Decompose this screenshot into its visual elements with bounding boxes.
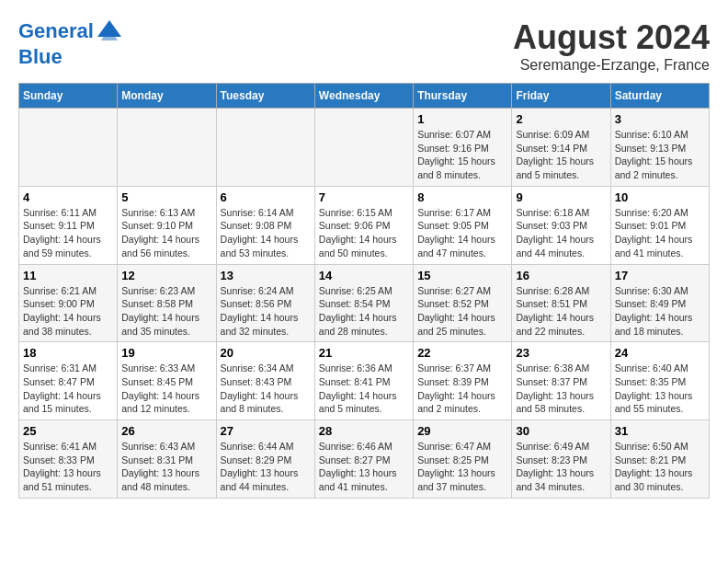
day-number: 3 xyxy=(615,112,705,126)
day-cell: 5Sunrise: 6:13 AM Sunset: 9:10 PM Daylig… xyxy=(118,186,216,264)
logo-text: GeneralBlue xyxy=(18,18,123,68)
day-number: 26 xyxy=(121,424,211,438)
day-number: 31 xyxy=(615,424,705,438)
day-cell: 15Sunrise: 6:27 AM Sunset: 8:52 PM Dayli… xyxy=(414,264,512,342)
page-header: GeneralBlue August 2024 Seremange-Erzang… xyxy=(18,18,710,74)
day-number: 22 xyxy=(417,346,507,360)
day-number: 25 xyxy=(23,424,113,438)
day-info: Sunrise: 6:38 AM Sunset: 8:37 PM Dayligh… xyxy=(516,362,606,416)
day-info: Sunrise: 6:18 AM Sunset: 9:03 PM Dayligh… xyxy=(516,206,606,260)
day-cell: 25Sunrise: 6:41 AM Sunset: 8:33 PM Dayli… xyxy=(19,420,118,499)
day-cell: 29Sunrise: 6:47 AM Sunset: 8:25 PM Dayli… xyxy=(414,420,512,499)
day-cell: 2Sunrise: 6:09 AM Sunset: 9:14 PM Daylig… xyxy=(512,109,610,187)
week-row-1: 1Sunrise: 6:07 AM Sunset: 9:16 PM Daylig… xyxy=(19,109,710,187)
day-cell: 7Sunrise: 6:15 AM Sunset: 9:06 PM Daylig… xyxy=(314,186,413,264)
weekday-thursday: Thursday xyxy=(414,84,512,109)
day-info: Sunrise: 6:46 AM Sunset: 8:27 PM Dayligh… xyxy=(319,440,409,494)
day-info: Sunrise: 6:47 AM Sunset: 8:25 PM Dayligh… xyxy=(417,440,507,494)
day-number: 14 xyxy=(319,269,409,282)
day-cell: 19Sunrise: 6:33 AM Sunset: 8:45 PM Dayli… xyxy=(118,342,216,420)
location: Seremange-Erzange, France xyxy=(513,57,710,74)
day-info: Sunrise: 6:40 AM Sunset: 8:35 PM Dayligh… xyxy=(615,362,705,416)
day-number: 30 xyxy=(516,424,606,438)
day-info: Sunrise: 6:23 AM Sunset: 8:58 PM Dayligh… xyxy=(121,284,211,339)
day-number: 4 xyxy=(23,190,113,204)
day-number: 9 xyxy=(516,190,606,204)
day-number: 1 xyxy=(417,112,507,126)
day-info: Sunrise: 6:49 AM Sunset: 8:23 PM Dayligh… xyxy=(516,440,606,494)
day-cell: 30Sunrise: 6:49 AM Sunset: 8:23 PM Dayli… xyxy=(512,420,610,499)
day-number: 13 xyxy=(221,269,311,282)
day-number: 11 xyxy=(23,269,113,282)
day-info: Sunrise: 6:36 AM Sunset: 8:41 PM Dayligh… xyxy=(319,362,409,416)
week-row-5: 25Sunrise: 6:41 AM Sunset: 8:33 PM Dayli… xyxy=(19,420,710,499)
day-number: 15 xyxy=(417,269,507,282)
day-info: Sunrise: 6:07 AM Sunset: 9:16 PM Dayligh… xyxy=(417,128,507,182)
month-title: August 2024 xyxy=(513,18,710,57)
weekday-sunday: Sunday xyxy=(19,84,118,109)
day-cell: 11Sunrise: 6:21 AM Sunset: 9:00 PM Dayli… xyxy=(19,264,118,342)
day-cell: 3Sunrise: 6:10 AM Sunset: 9:13 PM Daylig… xyxy=(610,109,709,187)
day-cell: 27Sunrise: 6:44 AM Sunset: 8:29 PM Dayli… xyxy=(216,420,314,499)
day-info: Sunrise: 6:33 AM Sunset: 8:45 PM Dayligh… xyxy=(121,362,211,416)
day-info: Sunrise: 6:20 AM Sunset: 9:01 PM Dayligh… xyxy=(615,206,705,260)
day-cell: 13Sunrise: 6:24 AM Sunset: 8:56 PM Dayli… xyxy=(216,264,314,342)
day-cell: 22Sunrise: 6:37 AM Sunset: 8:39 PM Dayli… xyxy=(414,342,512,420)
day-cell xyxy=(314,109,413,187)
day-cell xyxy=(118,109,216,187)
day-cell: 18Sunrise: 6:31 AM Sunset: 8:47 PM Dayli… xyxy=(19,342,118,420)
title-block: August 2024 Seremange-Erzange, France xyxy=(513,18,710,74)
week-row-3: 11Sunrise: 6:21 AM Sunset: 9:00 PM Dayli… xyxy=(19,264,710,342)
day-cell xyxy=(19,109,118,187)
day-number: 7 xyxy=(319,190,409,204)
day-cell: 6Sunrise: 6:14 AM Sunset: 9:08 PM Daylig… xyxy=(216,186,314,264)
day-cell: 24Sunrise: 6:40 AM Sunset: 8:35 PM Dayli… xyxy=(610,342,709,420)
day-cell: 21Sunrise: 6:36 AM Sunset: 8:41 PM Dayli… xyxy=(314,342,413,420)
day-number: 6 xyxy=(221,190,311,204)
day-number: 12 xyxy=(121,269,211,282)
day-info: Sunrise: 6:14 AM Sunset: 9:08 PM Dayligh… xyxy=(221,206,311,260)
day-cell: 31Sunrise: 6:50 AM Sunset: 8:21 PM Dayli… xyxy=(610,420,709,499)
day-info: Sunrise: 6:41 AM Sunset: 8:33 PM Dayligh… xyxy=(23,440,113,494)
weekday-tuesday: Tuesday xyxy=(216,84,314,109)
day-number: 5 xyxy=(121,190,211,204)
day-cell: 23Sunrise: 6:38 AM Sunset: 8:37 PM Dayli… xyxy=(512,342,610,420)
day-cell: 4Sunrise: 6:11 AM Sunset: 9:11 PM Daylig… xyxy=(19,186,118,264)
day-info: Sunrise: 6:25 AM Sunset: 8:54 PM Dayligh… xyxy=(319,284,409,339)
weekday-friday: Friday xyxy=(512,84,610,109)
day-cell: 8Sunrise: 6:17 AM Sunset: 9:05 PM Daylig… xyxy=(414,186,512,264)
day-cell: 20Sunrise: 6:34 AM Sunset: 8:43 PM Dayli… xyxy=(216,342,314,420)
calendar-table: SundayMondayTuesdayWednesdayThursdayFrid… xyxy=(18,83,710,499)
day-cell: 16Sunrise: 6:28 AM Sunset: 8:51 PM Dayli… xyxy=(512,264,610,342)
day-number: 17 xyxy=(615,269,705,282)
day-number: 19 xyxy=(121,346,211,360)
logo: GeneralBlue xyxy=(18,18,123,68)
day-number: 16 xyxy=(516,269,606,282)
day-info: Sunrise: 6:15 AM Sunset: 9:06 PM Dayligh… xyxy=(319,206,409,260)
day-info: Sunrise: 6:27 AM Sunset: 8:52 PM Dayligh… xyxy=(417,284,507,339)
day-number: 18 xyxy=(23,346,113,360)
day-number: 21 xyxy=(319,346,409,360)
day-number: 10 xyxy=(615,190,705,204)
day-cell xyxy=(216,109,314,187)
day-info: Sunrise: 6:11 AM Sunset: 9:11 PM Dayligh… xyxy=(23,206,113,260)
day-number: 2 xyxy=(516,112,606,126)
day-info: Sunrise: 6:34 AM Sunset: 8:43 PM Dayligh… xyxy=(221,362,311,416)
day-info: Sunrise: 6:17 AM Sunset: 9:05 PM Dayligh… xyxy=(417,206,507,260)
day-info: Sunrise: 6:24 AM Sunset: 8:56 PM Dayligh… xyxy=(221,284,311,339)
day-info: Sunrise: 6:30 AM Sunset: 8:49 PM Dayligh… xyxy=(615,284,705,339)
day-cell: 9Sunrise: 6:18 AM Sunset: 9:03 PM Daylig… xyxy=(512,186,610,264)
day-info: Sunrise: 6:10 AM Sunset: 9:13 PM Dayligh… xyxy=(615,128,705,182)
calendar-body: 1Sunrise: 6:07 AM Sunset: 9:16 PM Daylig… xyxy=(19,109,710,499)
day-cell: 28Sunrise: 6:46 AM Sunset: 8:27 PM Dayli… xyxy=(314,420,413,499)
day-number: 8 xyxy=(417,190,507,204)
day-cell: 14Sunrise: 6:25 AM Sunset: 8:54 PM Dayli… xyxy=(314,264,413,342)
day-info: Sunrise: 6:50 AM Sunset: 8:21 PM Dayligh… xyxy=(615,440,705,494)
day-info: Sunrise: 6:09 AM Sunset: 9:14 PM Dayligh… xyxy=(516,128,606,182)
week-row-4: 18Sunrise: 6:31 AM Sunset: 8:47 PM Dayli… xyxy=(19,342,710,420)
weekday-header-row: SundayMondayTuesdayWednesdayThursdayFrid… xyxy=(19,84,710,109)
day-info: Sunrise: 6:43 AM Sunset: 8:31 PM Dayligh… xyxy=(121,440,211,494)
week-row-2: 4Sunrise: 6:11 AM Sunset: 9:11 PM Daylig… xyxy=(19,186,710,264)
day-info: Sunrise: 6:28 AM Sunset: 8:51 PM Dayligh… xyxy=(516,284,606,339)
day-info: Sunrise: 6:31 AM Sunset: 8:47 PM Dayligh… xyxy=(23,362,113,416)
